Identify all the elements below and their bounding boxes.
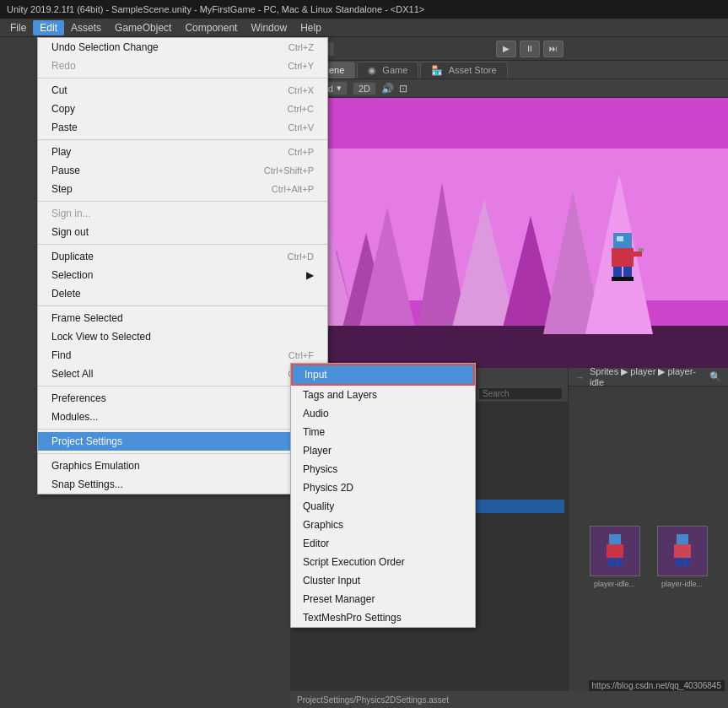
svg-rect-9 (290, 326, 728, 368)
submenu-tags-layers[interactable]: Tags and Layers (291, 386, 475, 404)
title-bar: Unity 2019.2.1f1 (64bit) - SampleScene.u… (0, 0, 728, 19)
menu-lock-view[interactable]: Lock View to Selected (38, 327, 327, 346)
submenu-cluster-input[interactable]: Cluster Input (291, 571, 475, 590)
menu-file[interactable]: File (3, 20, 33, 35)
title-text: Unity 2019.2.1f1 (64bit) - SampleScene.u… (7, 4, 424, 14)
sprite-label-2: player-idle... (661, 580, 703, 588)
svg-rect-28 (683, 558, 689, 566)
divider-4 (38, 244, 327, 245)
divider-5 (38, 305, 327, 306)
project-search[interactable] (478, 387, 563, 400)
menu-bar: File Edit Assets GameObject Component Wi… (0, 19, 728, 37)
step-button[interactable]: ⏭ (543, 41, 564, 57)
divider-7 (38, 429, 327, 430)
menu-paste[interactable]: Paste Ctrl+V (38, 118, 327, 137)
svg-rect-14 (612, 248, 634, 267)
menu-preferences[interactable]: Preferences (38, 389, 327, 408)
svg-rect-25 (677, 534, 688, 544)
menu-edit[interactable]: Edit (33, 20, 64, 35)
game-tab-icon: ◉ (368, 65, 376, 75)
submenu-player[interactable]: Player (291, 441, 475, 460)
menu-gameobject[interactable]: GameObject (108, 20, 178, 35)
menu-frame-selected[interactable]: Frame Selected (38, 309, 327, 327)
svg-rect-17 (613, 267, 622, 278)
menu-delete[interactable]: Delete (38, 284, 327, 303)
menu-snap-settings[interactable]: Snap Settings... (38, 475, 327, 494)
svg-rect-24 (616, 558, 622, 566)
menu-step[interactable]: Step Ctrl+Alt+P (38, 180, 327, 198)
menu-copy[interactable]: Copy Ctrl+C (38, 100, 327, 118)
scene-background (290, 98, 728, 368)
svg-rect-21 (609, 534, 621, 544)
divider-1 (38, 78, 327, 78)
inspector-breadcrumb: Sprites ▶ player ▶ player-idle (590, 366, 704, 387)
menu-find[interactable]: Find Ctrl+F (38, 346, 327, 365)
menu-cut[interactable]: Cut Ctrl+X (38, 81, 327, 100)
menu-component[interactable]: Component (178, 20, 244, 35)
menu-duplicate[interactable]: Duplicate Ctrl+D (38, 247, 327, 266)
inspector-content: player-idle... player-idle... (569, 386, 728, 708)
menu-signout[interactable]: Sign out (38, 223, 327, 241)
inspector-panel: → Sprites ▶ player ▶ player-idle 🔍 (569, 368, 728, 708)
play-button[interactable]: ▶ (496, 41, 516, 57)
submenu-quality[interactable]: Quality (291, 497, 475, 516)
svg-rect-18 (623, 267, 632, 278)
submenu-textmeshpro[interactable]: TextMeshPro Settings (291, 608, 475, 627)
svg-rect-15 (630, 251, 642, 257)
svg-rect-27 (676, 558, 682, 566)
sprite-icon-2 (670, 534, 695, 568)
submenu-graphics[interactable]: Graphics (291, 516, 475, 534)
submenu-preset-manager[interactable]: Preset Manager (291, 590, 475, 608)
submenu-physics2d[interactable]: Physics 2D (291, 478, 475, 497)
bottom-breadcrumb: ProjectSettings/Physics2DSettings.asset (290, 691, 728, 708)
scene-tabs: ⊞ Scene ◉ Game 🏪 Asset Store (290, 61, 728, 79)
submenu-time[interactable]: Time (291, 423, 475, 441)
tab-game[interactable]: ◉ Game (357, 62, 418, 78)
sprite-thumb-2 (657, 526, 708, 576)
submenu-editor[interactable]: Editor (291, 534, 475, 553)
menu-selection[interactable]: Selection ▶ (38, 266, 327, 284)
sprite-thumb-1 (590, 526, 640, 576)
edit-dropdown-menu: Undo Selection Change Ctrl+Z Redo Ctrl+Y… (37, 37, 328, 495)
divider-8 (38, 453, 327, 454)
sprite-preview-2[interactable]: player-idle... (657, 526, 708, 588)
menu-graphics-emulation[interactable]: Graphics Emulation ▶ (38, 457, 327, 475)
project-settings-submenu: Input Tags and Layers Audio Time Player … (290, 363, 476, 628)
sprite-preview-1[interactable]: player-idle... (590, 526, 640, 588)
menu-select-all[interactable]: Select All Ctrl+A (38, 365, 327, 383)
svg-rect-20 (622, 277, 634, 281)
divider-2 (38, 139, 327, 140)
tab-asset-store[interactable]: 🏪 Asset Store (420, 62, 507, 78)
menu-assets[interactable]: Assets (64, 20, 108, 35)
inspector-breadcrumb-bar: → Sprites ▶ player ▶ player-idle 🔍 (569, 368, 728, 386)
menu-undo[interactable]: Undo Selection Change Ctrl+Z (38, 38, 327, 57)
audio-icon[interactable]: 🔊 (381, 83, 394, 95)
svg-rect-16 (639, 248, 644, 251)
menu-play[interactable]: Play Ctrl+P (38, 143, 327, 161)
pause-button[interactable]: ⏸ (520, 41, 540, 57)
menu-pause[interactable]: Pause Ctrl+Shift+P (38, 161, 327, 180)
submenu-audio[interactable]: Audio (291, 404, 475, 423)
menu-redo: Redo Ctrl+Y (38, 57, 327, 75)
scene-view (290, 98, 728, 368)
svg-rect-23 (608, 558, 614, 566)
submenu-physics[interactable]: Physics (291, 460, 475, 478)
divider-3 (38, 201, 327, 202)
menu-project-settings[interactable]: Project Settings ▶ (38, 432, 327, 451)
editor-toolbar: Local ▶ ⏸ ⏭ (290, 37, 728, 61)
gizmos-icon[interactable]: ⊡ (399, 83, 407, 95)
submenu-script-execution[interactable]: Script Execution Order (291, 553, 475, 571)
svg-rect-26 (674, 544, 691, 558)
divider-6 (38, 386, 327, 386)
watermark: https://blog.csdn.net/qq_40306845 (589, 680, 725, 691)
submenu-input[interactable]: Input (291, 364, 475, 386)
menu-modules[interactable]: Modules... (38, 408, 327, 426)
menu-window[interactable]: Window (244, 20, 294, 35)
twod-toggle[interactable]: 2D (353, 82, 376, 95)
menu-help[interactable]: Help (294, 20, 328, 35)
sprite-icon-1 (602, 534, 628, 568)
svg-rect-19 (612, 277, 623, 281)
game-character-sprite (601, 233, 644, 292)
svg-rect-22 (607, 544, 623, 558)
sprite-label-1: player-idle... (594, 580, 635, 588)
